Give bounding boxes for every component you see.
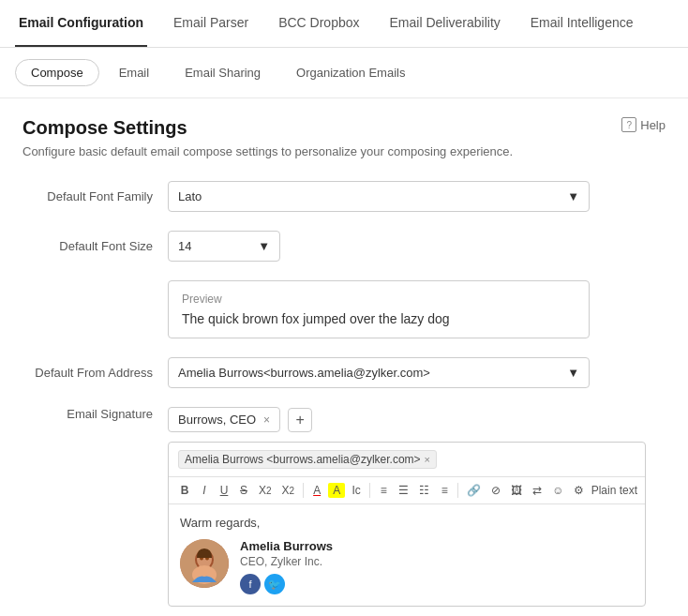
preview-text: The quick brown fox jumped over the lazy… <box>182 311 576 326</box>
toolbar-font-color[interactable]: A <box>308 481 325 500</box>
signature-add-button[interactable]: + <box>288 408 312 432</box>
font-size-label: Default Font Size <box>22 239 168 253</box>
font-family-arrow-icon: ▼ <box>567 189 579 203</box>
signature-tag-close-icon[interactable]: × <box>425 454 430 465</box>
twitter-icon[interactable]: 🐦 <box>264 574 285 594</box>
font-family-label: Default Font Family <box>22 189 168 203</box>
signature-editor: Amelia Burrows <burrows.amelia@zylker.co… <box>168 442 646 607</box>
signature-close-icon[interactable]: × <box>263 413 270 427</box>
toolbar-underline[interactable]: U <box>216 481 232 500</box>
signature-body: Warm regards, <box>169 504 645 606</box>
font-family-value: Lato <box>178 189 202 203</box>
signature-control: Burrows, CEO × + Amelia Burrows <burrows… <box>168 407 666 607</box>
toolbar-sep-1 <box>303 483 304 498</box>
toolbar-unordered-list[interactable]: ≡ <box>436 481 453 500</box>
from-address-row: Default From Address Amelia Burrows<burr… <box>22 357 666 388</box>
font-size-row: Default Font Size 14 ▼ <box>22 231 666 262</box>
help-label: Help <box>640 118 666 132</box>
toolbar-table[interactable]: ⇄ <box>529 481 546 500</box>
from-address-label: Default From Address <box>22 366 168 380</box>
toolbar-italic[interactable]: I <box>196 481 213 500</box>
font-size-control: 14 ▼ <box>168 231 666 262</box>
toolbar-image[interactable]: 🖼 <box>507 481 526 500</box>
sig-person-name: Amelia Burrows <box>240 539 333 553</box>
toolbar-emoji[interactable]: ☺ <box>548 481 567 500</box>
font-family-row: Default Font Family Lato ▼ <box>22 181 666 212</box>
toolbar-strikethrough[interactable]: S <box>235 481 252 500</box>
nav-email-deliverability[interactable]: Email Deliverability <box>386 0 504 47</box>
page-header: Compose Settings ? Help <box>22 117 666 139</box>
toolbar-align-left[interactable]: ≡ <box>375 481 392 500</box>
help-icon: ? <box>621 117 636 132</box>
sub-navigation: Compose Email Email Sharing Organization… <box>0 48 688 98</box>
nav-email-intelligence[interactable]: Email Intelligence <box>527 0 637 47</box>
nav-email-parser[interactable]: Email Parser <box>170 0 252 47</box>
preview-control: Preview The quick brown fox jumped over … <box>168 280 666 338</box>
tab-compose[interactable]: Compose <box>15 59 99 86</box>
signature-header: Burrows, CEO × + <box>168 407 666 432</box>
toolbar-more[interactable]: ⚙ <box>570 481 588 500</box>
nav-bcc-dropbox[interactable]: BCC Dropbox <box>275 0 363 47</box>
plain-text-button[interactable]: Plain text <box>591 484 637 497</box>
from-address-control: Amelia Burrows<burrows.amelia@zylker.com… <box>168 357 666 388</box>
page-description: Configure basic default email compose se… <box>22 144 666 158</box>
signature-tag-text: Amelia Burrows <burrows.amelia@zylker.co… <box>185 453 421 466</box>
help-button[interactable]: ? Help <box>621 117 666 132</box>
tab-organization-emails[interactable]: Organization Emails <box>280 59 421 86</box>
main-content: Compose Settings ? Help Configure basic … <box>0 98 688 616</box>
preview-box: Preview The quick brown fox jumped over … <box>168 280 590 338</box>
toolbar-sep-2 <box>369 483 370 498</box>
font-family-select[interactable]: Lato ▼ <box>168 181 590 212</box>
tab-email-sharing[interactable]: Email Sharing <box>169 59 277 86</box>
from-address-select[interactable]: Amelia Burrows<burrows.amelia@zylker.com… <box>168 357 590 388</box>
signature-info: Amelia Burrows CEO, Zylker Inc. f 🐦 <box>240 539 333 594</box>
signature-toolbar: B I U S X2 X2 A A Ic ≡ ☰ ☷ ≡ 🔗 <box>169 476 645 504</box>
preview-label: Preview <box>182 293 576 306</box>
toolbar-align-center[interactable]: ☰ <box>395 481 412 500</box>
signature-name: Burrows, CEO <box>178 413 256 427</box>
toolbar-unlink[interactable]: ⊘ <box>487 481 504 500</box>
signature-body-text: Warm regards, <box>180 516 634 530</box>
signature-label: Email Signature <box>22 407 168 421</box>
from-address-arrow-icon: ▼ <box>567 366 579 380</box>
top-navigation: Email Configuration Email Parser BCC Dro… <box>0 0 688 48</box>
from-address-value: Amelia Burrows<burrows.amelia@zylker.com… <box>178 366 430 380</box>
tab-email[interactable]: Email <box>103 59 166 86</box>
toolbar-sep-3 <box>457 483 458 498</box>
sig-person-title: CEO, Zylker Inc. <box>240 555 333 568</box>
signature-profile: Amelia Burrows CEO, Zylker Inc. f 🐦 <box>180 539 634 594</box>
font-size-arrow-icon: ▼ <box>258 239 270 253</box>
avatar <box>180 539 229 588</box>
toolbar-indent[interactable]: Ic <box>348 481 365 500</box>
toolbar-subscript[interactable]: X2 <box>255 481 276 500</box>
toolbar-superscript[interactable]: X2 <box>278 481 299 500</box>
signature-tag: Amelia Burrows <burrows.amelia@zylker.co… <box>178 450 437 469</box>
avatar-svg <box>180 539 229 588</box>
toolbar-bold[interactable]: B <box>176 481 193 500</box>
nav-email-configuration[interactable]: Email Configuration <box>15 0 147 47</box>
signature-name-box: Burrows, CEO × <box>168 407 280 432</box>
preview-row: Preview The quick brown fox jumped over … <box>22 280 666 338</box>
sig-social-links: f 🐦 <box>240 574 333 594</box>
font-size-select[interactable]: 14 ▼ <box>168 231 280 262</box>
page-title: Compose Settings <box>22 117 187 139</box>
font-size-value: 14 <box>178 239 191 253</box>
toolbar-ordered-list[interactable]: ☷ <box>415 481 433 500</box>
toolbar-link[interactable]: 🔗 <box>463 481 485 500</box>
facebook-icon[interactable]: f <box>240 574 261 594</box>
signature-row: Email Signature Burrows, CEO × + Amelia … <box>22 407 666 607</box>
toolbar-highlight[interactable]: A <box>328 483 345 498</box>
font-family-control: Lato ▼ <box>168 181 666 212</box>
